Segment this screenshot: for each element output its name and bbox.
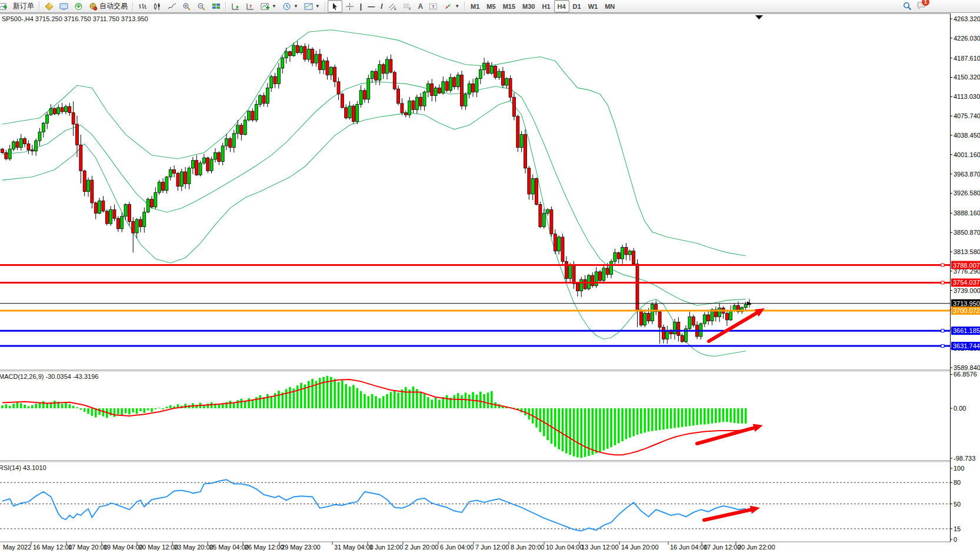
candle-bullish bbox=[580, 279, 583, 291]
candle-bullish bbox=[146, 199, 149, 212]
tile-windows-button[interactable] bbox=[209, 0, 224, 12]
autotrading-icon bbox=[89, 2, 98, 11]
notifications-button[interactable]: 1 bbox=[916, 1, 926, 12]
candle-bearish bbox=[352, 106, 355, 121]
line-chart-icon bbox=[168, 2, 176, 11]
timeframe-button-w1[interactable]: W1 bbox=[585, 0, 602, 12]
candle-bearish bbox=[512, 97, 515, 116]
candle-bearish bbox=[617, 252, 620, 259]
chart-shift-marker[interactable] bbox=[755, 15, 763, 19]
candle-chart-mode-button[interactable] bbox=[150, 0, 165, 12]
main-toolbar: 新订单 自动交易 bbox=[0, 0, 980, 13]
text-tool-button[interactable]: A bbox=[415, 0, 426, 12]
price-tick-label: 4038.450 bbox=[954, 132, 980, 139]
candle-bullish bbox=[434, 88, 437, 95]
candle-bullish bbox=[464, 94, 467, 106]
signals-button[interactable] bbox=[71, 0, 86, 12]
candle-bearish bbox=[375, 71, 378, 80]
chart-canvas[interactable]: 4263.3204226.0304187.6104150.3204113.030… bbox=[0, 13, 980, 553]
text-label-tool-button[interactable]: T bbox=[426, 0, 441, 12]
rsi-tick-label: 50 bbox=[954, 501, 961, 508]
candle-bearish bbox=[176, 174, 179, 186]
line-handle[interactable] bbox=[941, 281, 944, 284]
timeframe-button-h4[interactable]: H4 bbox=[554, 0, 569, 12]
candle-bearish bbox=[363, 91, 366, 99]
arrows-tool-button[interactable]: ▼ bbox=[441, 0, 462, 12]
candle-bearish bbox=[524, 135, 527, 168]
candle-bearish bbox=[5, 152, 8, 159]
candle-bearish bbox=[501, 71, 504, 85]
monitor-icon bbox=[59, 2, 68, 11]
price-tick-label: 4187.610 bbox=[954, 55, 980, 62]
chart-area[interactable]: 4263.3204226.0304187.6104150.3204113.030… bbox=[0, 13, 980, 553]
timeframe-button-d1[interactable]: D1 bbox=[569, 0, 585, 12]
candle-bullish bbox=[191, 161, 194, 168]
candle-bearish bbox=[139, 219, 142, 226]
candle-bearish bbox=[382, 65, 385, 74]
new-chart-button[interactable] bbox=[0, 0, 10, 12]
bar-chart-mode-button[interactable] bbox=[135, 0, 150, 12]
price-tick-label: 4150.320 bbox=[954, 74, 980, 81]
line-handle[interactable] bbox=[941, 329, 944, 332]
candle-bullish bbox=[248, 111, 251, 120]
candle-bearish bbox=[16, 142, 19, 148]
timeframe-button-m1[interactable]: M1 bbox=[467, 0, 483, 12]
channel-tool-button[interactable]: E bbox=[385, 0, 400, 12]
line-chart-mode-button[interactable] bbox=[165, 0, 179, 12]
dropdown-caret-icon: ▼ bbox=[294, 4, 298, 9]
candle-bearish bbox=[76, 124, 79, 145]
vline-tool-button[interactable]: | bbox=[357, 0, 365, 12]
periods-button[interactable]: ▼ bbox=[279, 0, 301, 12]
candle-bearish bbox=[404, 113, 407, 115]
new-order-button[interactable]: 新订单 bbox=[10, 0, 37, 12]
candle-bullish bbox=[558, 237, 561, 251]
zoom-out-button[interactable] bbox=[194, 0, 209, 12]
timeframe-button-m30[interactable]: M30 bbox=[519, 0, 538, 12]
candle-bearish bbox=[599, 272, 602, 281]
candle-bearish bbox=[116, 218, 119, 229]
candle-bearish bbox=[195, 161, 198, 175]
svg-text:E: E bbox=[394, 7, 396, 11]
hline-tool-button[interactable]: — bbox=[365, 0, 378, 12]
chart-shift-button[interactable] bbox=[243, 0, 258, 12]
line-handle[interactable] bbox=[941, 264, 944, 266]
candle-bearish bbox=[102, 201, 105, 211]
indicators-icon bbox=[261, 2, 269, 11]
timeframe-button-m15[interactable]: M15 bbox=[499, 0, 519, 12]
market-watch-button[interactable] bbox=[56, 0, 71, 12]
candle-bullish bbox=[202, 158, 205, 163]
trendline-tool-button[interactable]: / bbox=[378, 0, 385, 12]
bollinger-lower-band bbox=[2, 101, 746, 356]
fibonacci-tool-button[interactable]: F bbox=[400, 0, 415, 12]
candle-bearish bbox=[274, 76, 276, 84]
candle-bearish bbox=[94, 203, 97, 214]
templates-button[interactable]: ▼ bbox=[301, 0, 323, 12]
time-tick-label: 7 Jun 12:00 bbox=[475, 544, 509, 551]
timeframe-button-mn[interactable]: MN bbox=[601, 0, 618, 12]
candle-bullish bbox=[744, 304, 747, 307]
cursor-tool-button[interactable] bbox=[328, 0, 342, 12]
vline-icon: | bbox=[360, 2, 362, 11]
metaeditor-button[interactable] bbox=[42, 0, 56, 12]
candle-bullish bbox=[628, 251, 631, 255]
timeframe-button-m5[interactable]: M5 bbox=[483, 0, 499, 12]
line-handle[interactable] bbox=[941, 345, 944, 348]
zoom-in-button[interactable] bbox=[179, 0, 194, 12]
candle-bearish bbox=[591, 275, 594, 286]
candle-bullish bbox=[12, 142, 15, 149]
candle-bullish bbox=[87, 180, 90, 191]
price-tick-label: 4001.160 bbox=[954, 151, 980, 158]
candle-bullish bbox=[490, 66, 493, 73]
candle-bullish bbox=[531, 178, 534, 194]
autotrading-button[interactable]: 自动交易 bbox=[86, 0, 131, 12]
candle-bullish bbox=[703, 315, 706, 324]
search-icon[interactable] bbox=[903, 2, 912, 11]
candle-bullish bbox=[426, 84, 429, 92]
trend-arrow-rsi[interactable] bbox=[704, 509, 751, 520]
indicators-button[interactable]: ▼ bbox=[258, 0, 279, 12]
crosshair-tool-button[interactable] bbox=[342, 0, 357, 12]
candle-bullish bbox=[143, 212, 146, 227]
auto-scroll-button[interactable] bbox=[228, 0, 243, 12]
timeframe-button-h1[interactable]: H1 bbox=[538, 0, 554, 12]
candle-bullish bbox=[475, 79, 478, 92]
